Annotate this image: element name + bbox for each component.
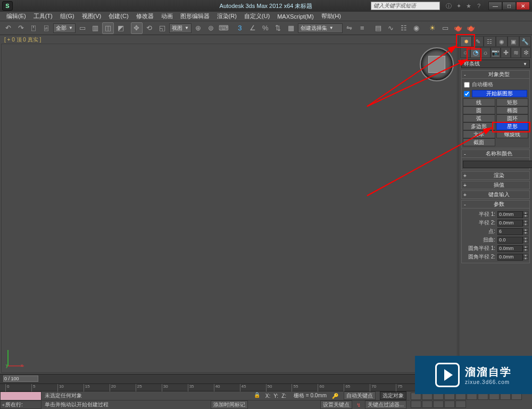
snap-icon[interactable]: 3 (234, 22, 246, 34)
angle-snap-icon[interactable]: ∠ (247, 22, 259, 34)
utilities-tab-icon[interactable]: 🔧 (519, 36, 531, 47)
menu-maxscript[interactable]: MAXScript(M) (274, 13, 317, 20)
close-button[interactable]: ✕ (516, 2, 530, 10)
help-search-input[interactable]: 键入关键字或短语 (371, 2, 440, 10)
points-spinner[interactable]: 6 (497, 228, 523, 235)
menu-help[interactable]: 帮助(H) (318, 12, 344, 20)
edged-icon[interactable]: ▦ (285, 22, 297, 34)
select-name-icon[interactable]: ▥ (89, 22, 101, 34)
geometry-subtab-icon[interactable]: ○ (460, 47, 470, 58)
menu-edit[interactable]: 编辑(E) (3, 12, 29, 20)
maximize-button[interactable]: □ (502, 2, 516, 10)
info-icon[interactable]: ⓘ (444, 2, 453, 10)
btn-text[interactable]: 文本 (463, 130, 495, 138)
shape-category-combo[interactable]: 样条线▼ (461, 60, 530, 68)
spacewarps-subtab-icon[interactable]: ≋ (511, 47, 521, 58)
undo-icon[interactable]: ↶ (2, 22, 14, 34)
fav-icon[interactable]: ★ (464, 2, 473, 10)
script-mini-listener[interactable] (0, 391, 41, 400)
viewport-label[interactable]: [ + 0 顶 0 真实 ] (0, 35, 459, 44)
material-icon[interactable]: ◉ (411, 22, 422, 34)
menu-graph[interactable]: 图形编辑器 (177, 12, 213, 20)
create-tab-icon[interactable]: ✹ (460, 36, 472, 47)
autogrid-checkbox[interactable] (464, 82, 470, 88)
menu-anim[interactable]: 动画 (158, 12, 176, 20)
align-icon[interactable]: ≡ (356, 22, 368, 34)
percent-snap-icon[interactable]: % (260, 22, 271, 34)
add-time-tag-button[interactable]: 添加时间标记 (211, 400, 248, 409)
rollout-interp-header[interactable]: +插值 (461, 181, 530, 189)
btn-section[interactable]: 截面 (463, 138, 495, 146)
manip-icon[interactable]: ⊚ (205, 22, 217, 34)
object-name-input[interactable] (463, 161, 532, 168)
pivot-icon[interactable]: ⊕ (193, 22, 204, 34)
distort-spinner[interactable]: 0.0 (497, 237, 523, 244)
unlink-icon[interactable]: ⍯ (40, 22, 52, 34)
nav2-icon[interactable] (444, 400, 455, 408)
setkey-button[interactable]: 设置关键点 (320, 400, 352, 409)
rollout-namecolor-header[interactable]: -名称和颜色 (461, 149, 530, 158)
menu-custom[interactable]: 自定义(U) (241, 12, 273, 20)
btn-circle[interactable]: 圆 (463, 106, 495, 114)
startnew-checkbox[interactable] (464, 91, 470, 97)
window-crossing-icon[interactable]: ◩ (115, 22, 127, 34)
rotate-icon[interactable]: ⟲ (144, 22, 155, 34)
render-last-icon[interactable]: 🫖 (465, 22, 477, 34)
lock-icon[interactable]: 🔒 (254, 392, 261, 399)
render-setup-icon[interactable]: ☀ (427, 22, 438, 34)
viewport[interactable]: yx (1, 44, 458, 373)
move-icon[interactable]: ✥ (131, 22, 143, 34)
redo-icon[interactable]: ↷ (15, 22, 27, 34)
shapes-subtab-icon[interactable]: ◔ (470, 47, 480, 58)
selection-filter-combo[interactable]: 全部▼ (53, 23, 76, 33)
layer-icon[interactable]: ▤ (372, 22, 384, 34)
modify-tab-icon[interactable]: ✎ (472, 36, 484, 47)
menu-modifiers[interactable]: 修改器 (133, 12, 157, 20)
btn-donut[interactable]: 圆环 (496, 114, 529, 122)
selkey-combo[interactable]: 选定对象 (380, 391, 406, 400)
btn-line[interactable]: 线 (463, 98, 495, 106)
ref-coord-combo[interactable]: 视图▼ (169, 23, 192, 33)
menu-view[interactable]: 视图(V) (79, 12, 105, 20)
viewcube-icon[interactable] (420, 47, 454, 81)
menu-tools[interactable]: 工具(T) (30, 12, 56, 20)
comm-icon[interactable]: ✦ (454, 2, 463, 10)
menu-render[interactable]: 渲染(R) (214, 12, 240, 20)
mirror-icon[interactable]: ⇋ (344, 22, 355, 34)
btn-rectangle[interactable]: 矩形 (496, 98, 529, 106)
rollout-object-type-header[interactable]: -对象类型 (461, 70, 530, 79)
render-icon[interactable]: 🫖 (452, 22, 464, 34)
btn-ngon[interactable]: 多边形 (463, 122, 495, 130)
named-sel-combo[interactable]: 创建选择集▼ (298, 23, 343, 33)
render-frame-icon[interactable]: ▭ (439, 22, 451, 34)
spinner-snap-icon[interactable]: ⇅ (272, 22, 284, 34)
autokey-button[interactable]: 自动关键点 (344, 391, 376, 400)
menu-create[interactable]: 创建(C) (105, 12, 131, 20)
nav3-icon[interactable] (455, 400, 466, 408)
systems-subtab-icon[interactable]: ✻ (521, 47, 531, 58)
schematic-icon[interactable]: ☷ (398, 22, 410, 34)
btn-helix[interactable]: 螺旋线 (496, 130, 529, 138)
scale-icon[interactable]: ◱ (156, 22, 168, 34)
fillet2-spinner[interactable]: 0.0mm (497, 254, 523, 261)
minimize-button[interactable]: — (488, 2, 502, 10)
select-region-icon[interactable]: ◫ (102, 22, 114, 34)
rollout-render-header[interactable]: +渲染 (461, 171, 530, 180)
rollout-kbentry-header[interactable]: +键盘输入 (461, 190, 530, 199)
display-tab-icon[interactable]: ▣ (508, 36, 519, 47)
link-icon[interactable]: ⍞ (28, 22, 39, 34)
btn-arc[interactable]: 弧 (463, 114, 495, 122)
help-icon[interactable]: ? (475, 2, 483, 10)
keymode-icon[interactable]: ⌨ (218, 22, 230, 34)
max-toggle-icon[interactable] (422, 400, 433, 408)
hierarchy-tab-icon[interactable]: ☷ (484, 36, 495, 47)
menu-group[interactable]: 组(G) (57, 12, 78, 20)
helpers-subtab-icon[interactable]: ✚ (501, 47, 511, 58)
keyfilter-button[interactable]: 关键点过滤器... (365, 400, 406, 409)
btn-star[interactable]: 星形 (496, 122, 529, 130)
curve-editor-icon[interactable]: ∿ (385, 22, 397, 34)
start-new-shape-button[interactable]: 开始新图形 (472, 90, 527, 97)
orbit-icon[interactable] (411, 400, 421, 408)
select-icon[interactable]: ▭ (77, 22, 88, 34)
nav1-icon[interactable] (433, 400, 444, 408)
